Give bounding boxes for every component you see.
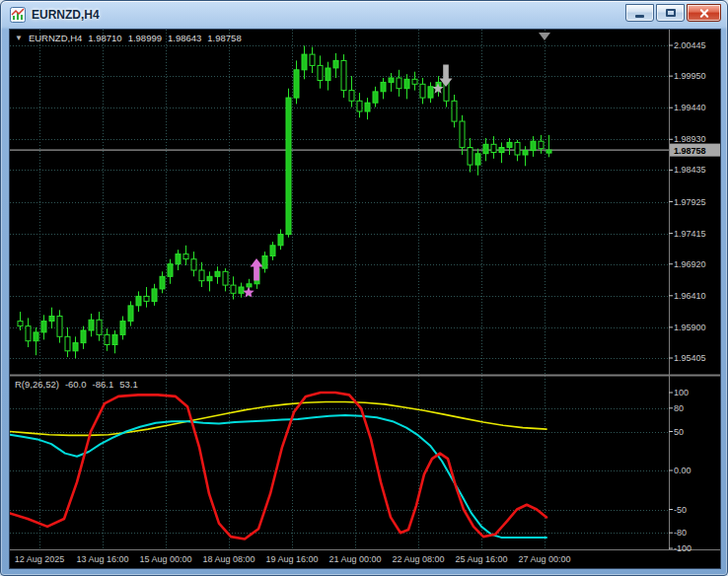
candle-body <box>176 254 181 264</box>
candle-body <box>357 101 362 111</box>
candle-body <box>499 148 504 153</box>
maximize-button[interactable] <box>656 4 685 22</box>
candle-body <box>215 271 220 276</box>
minimize-icon <box>635 15 644 18</box>
candle-body <box>144 296 149 301</box>
candle-body <box>65 336 70 351</box>
candle-body <box>373 92 378 103</box>
candle-body <box>483 144 488 153</box>
candle-body <box>515 142 520 155</box>
candle-body <box>452 101 457 121</box>
candle-body <box>199 270 204 281</box>
candle-body <box>539 141 544 149</box>
candle-body <box>341 60 346 90</box>
window-icon[interactable] <box>10 7 26 23</box>
candle-body <box>207 276 212 280</box>
candle-body <box>152 289 157 302</box>
candle-body <box>302 54 307 70</box>
candle-body <box>239 287 244 293</box>
candle-body <box>34 332 38 341</box>
candle-body <box>105 334 109 344</box>
candle-body <box>49 317 54 322</box>
candle-body <box>318 65 323 80</box>
candle-body <box>397 78 401 89</box>
candle-body <box>128 306 133 322</box>
candle-body <box>136 296 141 305</box>
candle-body <box>160 276 165 289</box>
candle-body <box>381 82 386 91</box>
window-titlebar[interactable]: EURNZD,H4 <box>1 1 727 29</box>
mt4-chart-window: EURNZD,H4 2.004451.999501.994401.989301.… <box>0 0 728 576</box>
candle-body <box>333 60 338 68</box>
candle-body <box>428 87 433 98</box>
candle-body <box>41 322 46 332</box>
candle-body <box>120 322 125 335</box>
candle-body <box>112 334 117 344</box>
candle-body <box>286 98 291 234</box>
candle-body <box>183 254 188 259</box>
close-button[interactable] <box>687 4 721 22</box>
candle-body <box>278 235 283 246</box>
candle-body <box>97 320 102 334</box>
chart-client-area[interactable]: 2.004451.999501.994401.989301.984351.979… <box>9 29 721 569</box>
candle-body <box>404 79 409 88</box>
candle-body <box>507 142 512 147</box>
candle-body <box>389 78 394 82</box>
candle-body <box>223 271 228 285</box>
candle-body <box>531 141 536 150</box>
candle-body <box>89 320 94 330</box>
time-axis[interactable] <box>10 550 720 569</box>
close-icon <box>698 8 709 19</box>
chart-canvas[interactable]: 2.004451.999501.994401.989301.984351.979… <box>10 30 720 568</box>
candle-body <box>460 121 465 147</box>
candle-body <box>468 148 473 166</box>
candle-body <box>326 68 330 81</box>
window-title: EURNZD,H4 <box>32 8 100 22</box>
candle-body <box>26 326 31 341</box>
candle-body <box>57 317 62 337</box>
candle-body <box>475 154 480 165</box>
candle-body <box>262 256 267 269</box>
candle-body <box>523 151 528 155</box>
candle-body <box>294 70 299 98</box>
candle-body <box>231 285 236 293</box>
candle-body <box>18 322 23 326</box>
candle-body <box>81 330 86 343</box>
candle-body <box>270 246 275 256</box>
maximize-icon <box>666 9 676 17</box>
candle-body <box>491 144 496 152</box>
candle-body <box>412 79 417 84</box>
candle-body <box>191 259 196 270</box>
candle-body <box>349 91 354 102</box>
candle-body <box>420 84 425 98</box>
candle-body <box>247 284 252 287</box>
candle-body <box>365 103 370 111</box>
candle-body <box>546 150 551 153</box>
price-axis[interactable] <box>669 30 720 550</box>
candle-body <box>310 54 315 65</box>
candle-body <box>73 343 78 351</box>
candle-body <box>168 264 173 277</box>
minimize-button[interactable] <box>625 4 654 22</box>
